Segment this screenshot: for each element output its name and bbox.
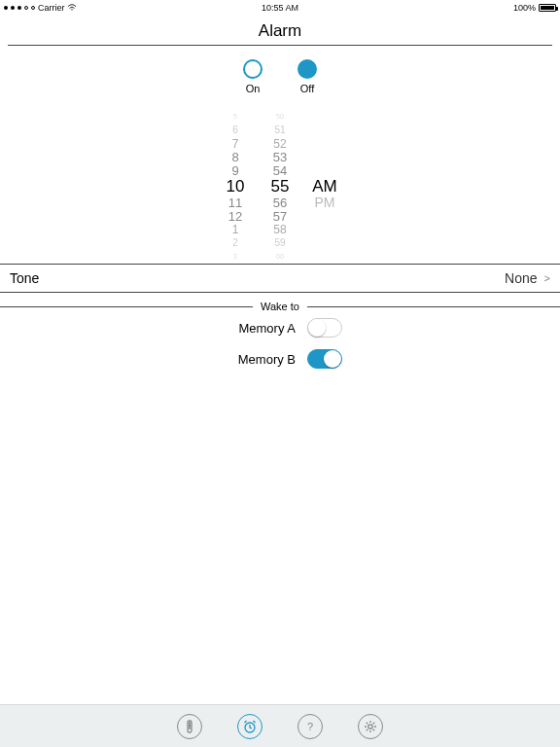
alarm-on-radio[interactable]: On bbox=[243, 59, 262, 94]
tone-label: Tone bbox=[10, 270, 39, 286]
minute-wheel[interactable]: 50 51 52 53 54 55 56 57 58 59 00 bbox=[266, 110, 294, 264]
wake-to-header: Wake to bbox=[0, 301, 560, 312]
tab-alarm[interactable] bbox=[237, 714, 262, 739]
remote-icon bbox=[183, 720, 196, 733]
memory-b-switch[interactable] bbox=[307, 349, 342, 369]
tone-row[interactable]: Tone None > bbox=[0, 264, 560, 293]
tab-settings[interactable] bbox=[358, 714, 383, 739]
radio-on-circle bbox=[243, 59, 262, 79]
tab-remote[interactable] bbox=[177, 714, 202, 739]
time-picker[interactable]: 5 6 7 8 9 10 11 12 1 2 3 50 51 52 53 54 … bbox=[0, 98, 560, 264]
svg-text:?: ? bbox=[307, 721, 313, 732]
carrier-label: Carrier bbox=[38, 3, 65, 13]
memory-a-switch[interactable] bbox=[307, 318, 342, 338]
off-label: Off bbox=[300, 83, 314, 94]
alarm-onoff-group: On Off bbox=[0, 46, 560, 98]
memory-a-label: Memory A bbox=[218, 321, 296, 336]
status-time: 10:55 AM bbox=[262, 3, 298, 13]
on-label: On bbox=[246, 83, 261, 94]
tab-help[interactable]: ? bbox=[298, 714, 323, 739]
alarm-off-radio[interactable]: Off bbox=[298, 59, 317, 94]
svg-point-2 bbox=[189, 725, 190, 726]
hour-wheel[interactable]: 5 6 7 8 9 10 11 12 1 2 3 bbox=[222, 110, 249, 264]
ampm-wheel[interactable]: AM PM bbox=[311, 110, 338, 264]
tab-bar: ? bbox=[0, 704, 560, 747]
memory-a-row: Memory A bbox=[0, 312, 560, 343]
status-bar: Carrier 10:55 AM 100% bbox=[0, 0, 560, 16]
gear-icon bbox=[363, 719, 378, 734]
tone-value: None bbox=[505, 270, 537, 286]
page-title: Alarm bbox=[0, 16, 560, 45]
memory-b-label: Memory B bbox=[218, 352, 296, 367]
chevron-right-icon: > bbox=[542, 272, 550, 284]
status-carrier: Carrier bbox=[4, 3, 77, 13]
radio-off-circle bbox=[298, 59, 317, 79]
status-battery: 100% bbox=[513, 3, 556, 13]
svg-point-1 bbox=[189, 722, 190, 723]
svg-point-3 bbox=[189, 727, 190, 728]
wifi-icon bbox=[67, 4, 77, 12]
alarm-clock-icon bbox=[242, 719, 258, 734]
memory-b-row: Memory B bbox=[0, 343, 560, 374]
help-icon: ? bbox=[303, 720, 317, 733]
svg-point-6 bbox=[368, 724, 372, 728]
